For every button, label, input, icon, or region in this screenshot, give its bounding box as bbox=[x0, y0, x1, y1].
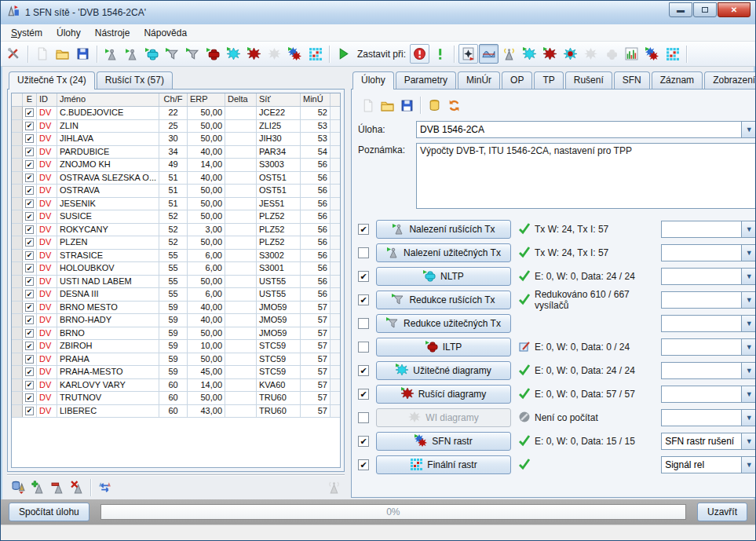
step-button[interactable]: NLTP bbox=[376, 267, 511, 286]
table-row[interactable]: DV DESNA III 55 6,00 UST55 56 bbox=[12, 288, 340, 302]
step-select[interactable]: ▼ bbox=[661, 268, 756, 285]
chevron-down-icon[interactable]: ▼ bbox=[741, 269, 756, 284]
row-selector[interactable] bbox=[12, 262, 23, 275]
compass-icon[interactable] bbox=[458, 44, 478, 64]
task-open-icon[interactable] bbox=[378, 96, 396, 115]
row-selector[interactable] bbox=[12, 146, 23, 159]
row-selector[interactable] bbox=[12, 353, 23, 366]
tx-enabled-checkbox[interactable] bbox=[25, 355, 34, 364]
row-selector[interactable] bbox=[12, 172, 23, 185]
row-selector[interactable] bbox=[12, 405, 23, 418]
tab-tp[interactable]: TP bbox=[534, 71, 563, 89]
step-button[interactable]: Redukce užitečných Tx bbox=[376, 314, 511, 333]
step-button[interactable]: ILTP bbox=[376, 338, 511, 356]
stop-on-warning-icon[interactable] bbox=[430, 44, 450, 64]
step-select[interactable]: Signál rel ▼ bbox=[661, 456, 756, 473]
step-checkbox[interactable] bbox=[358, 342, 369, 353]
minimize-button[interactable]: ▬ bbox=[669, 2, 692, 17]
tx-enabled-checkbox[interactable] bbox=[25, 160, 34, 169]
tools-icon[interactable] bbox=[4, 44, 24, 64]
table-row[interactable]: DV PRAHA-MESTO 59 45,00 STC59 57 bbox=[12, 366, 340, 379]
step-checkbox[interactable] bbox=[358, 389, 369, 400]
menu-napoveda[interactable]: Nápověda bbox=[137, 25, 194, 41]
row-selector[interactable] bbox=[12, 379, 23, 392]
close-task-button[interactable]: Uzavřít bbox=[697, 503, 747, 521]
col-delta[interactable]: Delta bbox=[225, 93, 257, 106]
tx-enabled-checkbox[interactable] bbox=[25, 303, 34, 312]
table-row[interactable]: DV PARDUBICE 34 40,00 PAR34 54 bbox=[12, 146, 340, 159]
step-button[interactable]: Redukce rušících Tx bbox=[376, 291, 511, 309]
col-erp[interactable]: ERP bbox=[188, 93, 225, 106]
histogram-icon[interactable] bbox=[622, 44, 641, 64]
reduce-useful-tx-icon[interactable] bbox=[183, 44, 203, 64]
tx-enabled-checkbox[interactable] bbox=[25, 251, 34, 260]
coverage-antenna-icon[interactable] bbox=[499, 44, 519, 64]
table-row[interactable]: DV OSTRAVA 51 50,00 OST51 56 bbox=[12, 185, 340, 198]
find-interfering-tx-icon[interactable] bbox=[101, 44, 121, 64]
map-interfering-diagrams-icon[interactable] bbox=[540, 44, 560, 64]
step-button[interactable]: Užitečné diagramy bbox=[376, 361, 511, 380]
remove-tx-icon[interactable] bbox=[48, 478, 67, 497]
tx-enabled-checkbox[interactable] bbox=[25, 199, 34, 208]
step-checkbox[interactable] bbox=[358, 365, 369, 376]
chevron-down-icon[interactable]: ▼ bbox=[741, 339, 756, 355]
table-row[interactable]: DV ZLIN 25 50,00 ZLI25 53 bbox=[12, 120, 340, 133]
delete-tx-icon[interactable] bbox=[68, 478, 86, 497]
row-selector[interactable] bbox=[12, 210, 23, 223]
tab-ruseni[interactable]: Rušení bbox=[565, 71, 612, 89]
close-button[interactable]: ✕ bbox=[718, 2, 751, 17]
menu-ulohy[interactable]: Úlohy bbox=[49, 25, 88, 41]
table-row[interactable]: DV KARLOVY VARY 60 14,00 KVA60 57 bbox=[12, 379, 340, 393]
useful-diagrams-icon[interactable] bbox=[224, 44, 243, 64]
step-button[interactable]: WI diagramy bbox=[376, 408, 511, 427]
tx-enabled-checkbox[interactable] bbox=[25, 393, 34, 402]
step-button[interactable]: Nalezení rušících Tx bbox=[376, 220, 511, 239]
tab-op[interactable]: OP bbox=[502, 71, 532, 89]
titlebar[interactable]: 1 SFN sítě - 'DVB 1546-2CA' ▬ ✕ bbox=[1, 1, 755, 24]
col-e[interactable]: E bbox=[23, 93, 37, 106]
tx-enabled-checkbox[interactable] bbox=[25, 277, 34, 286]
interfering-diagrams-icon[interactable] bbox=[244, 44, 264, 64]
reduce-interfering-tx-icon[interactable] bbox=[163, 44, 182, 64]
chevron-down-icon[interactable]: ▼ bbox=[741, 433, 756, 449]
row-selector[interactable] bbox=[12, 276, 23, 288]
table-row[interactable]: DV PLZEN 52 50,00 PLZ52 56 bbox=[12, 236, 340, 250]
tx-enabled-checkbox[interactable] bbox=[25, 225, 34, 234]
row-selector[interactable] bbox=[12, 224, 23, 236]
wave-profile-icon[interactable] bbox=[479, 44, 499, 64]
table-row[interactable]: DV JIHLAVA 30 50,00 JIH30 53 bbox=[12, 133, 340, 146]
row-selector[interactable] bbox=[12, 198, 23, 210]
chevron-down-icon[interactable]: ▼ bbox=[741, 292, 756, 308]
new-file-icon[interactable] bbox=[32, 44, 52, 64]
step-select[interactable]: ▼ bbox=[661, 291, 756, 309]
chevron-down-icon[interactable]: ▼ bbox=[741, 410, 756, 426]
table-row[interactable]: DV OSTRAVA SLEZSKA O... 51 40,00 OST51 5… bbox=[12, 172, 340, 185]
tx-enabled-checkbox[interactable] bbox=[25, 134, 34, 143]
tab-ulohy[interactable]: Úlohy bbox=[352, 71, 394, 90]
table-row[interactable]: DV ZNOJMO KH 49 14,00 S3003 56 bbox=[12, 159, 340, 172]
tx-enabled-checkbox[interactable] bbox=[25, 186, 34, 195]
step-select[interactable]: ▼ bbox=[661, 386, 756, 403]
table-row[interactable]: DV STRASICE 55 6,00 S3002 56 bbox=[12, 250, 340, 263]
tab-useful-tx[interactable]: Užitečné Tx (24) bbox=[9, 71, 95, 90]
tab-sfn[interactable]: SFN bbox=[614, 71, 650, 89]
table-row[interactable]: DV BRNO MESTO 59 40,00 JMO59 57 bbox=[12, 302, 340, 315]
row-selector[interactable] bbox=[12, 288, 23, 301]
chevron-down-icon[interactable]: ▼ bbox=[741, 245, 756, 261]
tx-enabled-checkbox[interactable] bbox=[25, 342, 34, 350]
step-select[interactable]: ▼ bbox=[661, 315, 756, 332]
step-select[interactable]: ▼ bbox=[661, 221, 756, 238]
map-wi-diagrams-icon[interactable] bbox=[561, 44, 580, 64]
table-row[interactable]: DV ZBIROH 59 10,00 STC59 57 bbox=[12, 340, 340, 353]
chevron-down-icon[interactable]: ▼ bbox=[741, 122, 756, 137]
row-selector[interactable] bbox=[12, 340, 23, 353]
add-tx-icon[interactable] bbox=[28, 478, 47, 497]
tx-info-icon[interactable] bbox=[324, 478, 343, 497]
tab-zobrazeni[interactable]: Zobrazení bbox=[704, 71, 756, 89]
row-selector[interactable] bbox=[12, 314, 23, 327]
step-checkbox[interactable] bbox=[358, 271, 369, 282]
chevron-down-icon[interactable]: ▼ bbox=[741, 316, 756, 331]
chevron-down-icon[interactable]: ▼ bbox=[741, 386, 756, 402]
step-checkbox[interactable] bbox=[358, 412, 369, 423]
task-new-icon[interactable] bbox=[358, 96, 377, 115]
